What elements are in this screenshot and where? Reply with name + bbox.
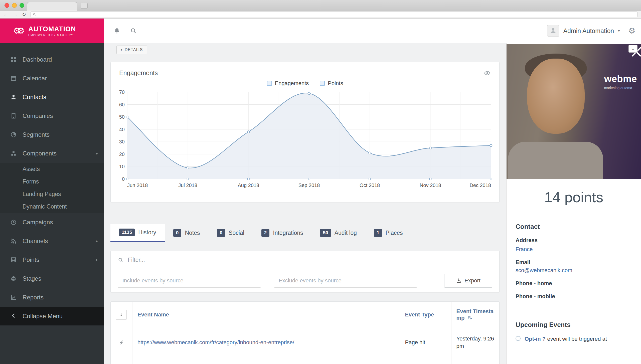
export-button[interactable]: Export bbox=[444, 274, 492, 288]
back-icon[interactable]: ← bbox=[4, 12, 8, 17]
channels-icon bbox=[10, 238, 17, 244]
link-icon-button[interactable] bbox=[116, 337, 127, 348]
sidebar-item-calendar[interactable]: Calendar bbox=[0, 69, 104, 88]
legend-engagements[interactable]: Engagements bbox=[267, 80, 309, 87]
calendar-icon bbox=[10, 75, 17, 82]
sidebar-item-assets[interactable]: Assets bbox=[0, 163, 104, 175]
count-badge: 2 bbox=[261, 229, 270, 237]
upcoming-events-title: Upcoming Events bbox=[516, 321, 632, 329]
sidebar-item-dashboard[interactable]: Dashboard bbox=[0, 50, 104, 69]
browser-tabstrip bbox=[0, 0, 641, 11]
tab-notes[interactable]: 0 Notes bbox=[165, 224, 209, 242]
global-search-button[interactable] bbox=[130, 27, 137, 34]
sidebar-item-reports[interactable]: Reports bbox=[0, 288, 104, 307]
sidebar-item-stages[interactable]: Stages bbox=[0, 269, 104, 288]
address-label: Address bbox=[516, 237, 632, 244]
new-tab-button[interactable] bbox=[81, 3, 88, 9]
legend-points[interactable]: Points bbox=[320, 80, 343, 87]
sidebar-item-campaigns[interactable]: Campaigns bbox=[0, 213, 104, 232]
event-type-cell: Page hit bbox=[400, 328, 451, 357]
dashboard-icon bbox=[10, 56, 17, 63]
chevron-right-icon: ▸ bbox=[96, 239, 98, 243]
chart-legend: Engagements Points bbox=[111, 80, 499, 87]
column-header-event-type[interactable]: Event Type bbox=[400, 302, 451, 328]
browser-tab[interactable] bbox=[27, 2, 77, 11]
photo-tagline-text: marketing automa bbox=[604, 86, 637, 90]
sidebar-item-components[interactable]: Components ▸ bbox=[0, 144, 104, 163]
count-badge: 0 bbox=[173, 229, 182, 237]
address-input[interactable] bbox=[31, 12, 637, 17]
event-campaign-link[interactable]: Opt-in ? bbox=[525, 336, 546, 342]
minimize-window-button[interactable] bbox=[12, 3, 17, 8]
segments-icon bbox=[10, 131, 17, 138]
refresh-icon[interactable]: ↻ bbox=[22, 12, 26, 17]
include-source-input[interactable] bbox=[118, 274, 261, 288]
address-value[interactable]: France bbox=[516, 246, 632, 253]
details-toggle-button[interactable]: ▾ DETAILS bbox=[116, 46, 147, 54]
sidebar-item-companies[interactable]: Companies bbox=[0, 106, 104, 125]
svg-text:50: 50 bbox=[119, 114, 124, 120]
tab-places[interactable]: 1 Places bbox=[365, 224, 411, 242]
svg-text:0: 0 bbox=[122, 176, 124, 182]
main-content: ▾ DETAILS Engagements Engagements bbox=[104, 43, 506, 364]
svg-text:Jun 2018: Jun 2018 bbox=[127, 183, 148, 188]
components-submenu: Assets Forms Landing Pages Dynamic Conte… bbox=[0, 163, 104, 213]
filter-input[interactable] bbox=[128, 257, 492, 263]
tab-social[interactable]: 0 Social bbox=[208, 224, 253, 242]
sidebar-item-contacts[interactable]: Contacts bbox=[0, 88, 104, 106]
contact-photo: webme marketing automa bbox=[507, 44, 641, 179]
sidebar-item-channels[interactable]: Channels ▸ bbox=[0, 232, 104, 250]
email-value[interactable]: sco@webmecanik.com bbox=[516, 267, 632, 274]
brand-title: AUTOMATION bbox=[28, 25, 76, 33]
history-filter-panel: Export bbox=[110, 251, 500, 292]
close-window-button[interactable] bbox=[5, 3, 9, 8]
tab-integrations[interactable]: 2 Integrations bbox=[253, 224, 312, 242]
zoom-window-button[interactable] bbox=[20, 3, 24, 8]
browser-window: ← → ↻ Admin Automation ▾ ⚙ bbox=[0, 0, 641, 364]
svg-text:Nov 2018: Nov 2018 bbox=[420, 183, 441, 188]
collapse-menu-button[interactable]: Collapse Menu bbox=[0, 307, 104, 325]
avatar[interactable] bbox=[547, 25, 559, 37]
notifications-button[interactable] bbox=[113, 27, 120, 34]
app-header: Admin Automation ▾ ⚙ bbox=[104, 19, 641, 43]
checkbox-icon bbox=[320, 81, 325, 86]
svg-text:Jul 2018: Jul 2018 bbox=[178, 183, 197, 188]
sidebar-item-forms[interactable]: Forms bbox=[0, 175, 104, 188]
panel-collapse-button[interactable]: ▴ bbox=[628, 45, 637, 53]
chevron-right-icon: ▸ bbox=[96, 257, 98, 262]
svg-text:40: 40 bbox=[119, 127, 124, 132]
event-timestamp-cell: Yesterday, 9:26 pm bbox=[451, 328, 499, 357]
order-toggle-button[interactable] bbox=[116, 310, 127, 320]
forward-icon[interactable]: → bbox=[13, 12, 18, 17]
brand-logo[interactable]: ⚙⚙ AUTOMATION EMPOWERED BY MAUTIC™ bbox=[0, 19, 104, 43]
event-timestamp-cell: Yesterday, 9:26 pm bbox=[451, 357, 499, 364]
contact-profile-panel: ▴ webme marketing automa 14 points Conta… bbox=[506, 43, 641, 364]
bell-icon bbox=[113, 27, 120, 34]
user-menu[interactable]: Admin Automation bbox=[563, 27, 614, 35]
upcoming-event-item: Opt-in ? event will be triggered at bbox=[516, 335, 632, 343]
sidebar-item-points[interactable]: Points ▸ bbox=[0, 250, 104, 269]
eye-icon[interactable] bbox=[484, 70, 491, 77]
sidebar-item-landing-pages[interactable]: Landing Pages bbox=[0, 188, 104, 200]
contact-info: Contact Address France Email sco@webmeca… bbox=[507, 214, 641, 343]
column-header-event-name[interactable]: Event Name bbox=[132, 302, 400, 328]
sidebar-item-dynamic-content[interactable]: Dynamic Content bbox=[0, 200, 104, 213]
svg-text:Oct 2018: Oct 2018 bbox=[360, 183, 380, 188]
download-icon bbox=[456, 278, 461, 283]
count-badge: 0 bbox=[217, 229, 225, 237]
email-label: Email bbox=[516, 259, 632, 266]
engagements-panel: Engagements Engagements Points 01020 bbox=[110, 62, 500, 202]
checkbox-icon bbox=[267, 81, 272, 86]
gear-icon[interactable]: ⚙ bbox=[628, 26, 635, 36]
exclude-source-input[interactable] bbox=[274, 274, 417, 288]
tab-audit-log[interactable]: 50 Audit log bbox=[311, 224, 365, 242]
chevron-down-icon[interactable]: ▾ bbox=[618, 29, 620, 33]
search-icon bbox=[118, 257, 124, 263]
contacts-icon bbox=[10, 94, 17, 100]
column-header-event-timestamp[interactable]: Event Timestamp bbox=[451, 302, 499, 328]
svg-text:20: 20 bbox=[119, 151, 124, 157]
sidebar-item-segments[interactable]: Segments bbox=[0, 125, 104, 144]
event-name-link[interactable]: https://www.webmecanik.com/fr/category/i… bbox=[137, 339, 294, 345]
tab-history[interactable]: 1135 History bbox=[110, 224, 165, 242]
brand-subtitle: EMPOWERED BY MAUTIC™ bbox=[28, 34, 76, 37]
